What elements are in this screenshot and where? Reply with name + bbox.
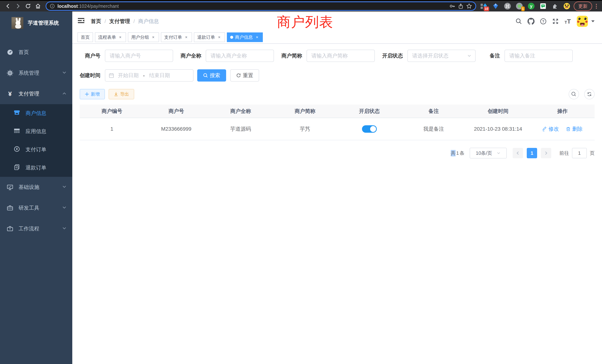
close-icon[interactable]: × (118, 35, 123, 40)
avatar[interactable] (577, 16, 588, 27)
annotation-overlay: 商户列表 (277, 13, 333, 32)
github-icon[interactable] (525, 18, 537, 25)
tab-refund-order[interactable]: 退款订单× (194, 32, 225, 42)
next-page-button[interactable] (541, 148, 551, 158)
font-size-icon[interactable]: TT (562, 18, 574, 24)
total-count: 共1条 (451, 150, 464, 156)
delete-link[interactable]: 删除 (566, 126, 582, 132)
cell-short-name: 芋艿 (273, 118, 337, 140)
extension-emoji-icon[interactable] (563, 3, 570, 10)
refresh-table-button[interactable] (584, 89, 595, 99)
sidebar-item-infra[interactable]: 基础设施 (0, 177, 72, 198)
reload-button[interactable] (23, 1, 33, 11)
avatar-caret-icon[interactable] (591, 20, 595, 22)
merchant-no-input[interactable] (105, 50, 173, 62)
full-name-input[interactable] (206, 50, 274, 62)
status-toggle[interactable] (362, 125, 377, 133)
header-search-icon[interactable] (513, 18, 525, 24)
extension-y-icon[interactable]: y (528, 3, 535, 10)
sidebar-item-merchant-info[interactable]: 商户信息 (0, 104, 72, 122)
sidebar-item-pay-order[interactable]: ¥ 支付订单 (0, 140, 72, 159)
tab-user-group[interactable]: 用户分组× (128, 32, 159, 42)
tab-merchant-info[interactable]: 商户信息× (227, 32, 263, 42)
chevron-left-icon (516, 151, 520, 155)
short-name-input[interactable] (307, 50, 375, 62)
fullscreen-icon[interactable] (549, 18, 562, 24)
search-icon (571, 92, 576, 97)
close-icon[interactable]: × (151, 35, 156, 40)
extension-puzzle-icon[interactable] (551, 3, 559, 10)
key-icon[interactable] (450, 3, 455, 9)
search-button[interactable]: 搜索 (197, 69, 226, 82)
table-grid-icon (14, 128, 20, 135)
chevron-down-icon (62, 205, 66, 211)
extension-chat-icon[interactable] (539, 3, 547, 10)
monitor-icon (7, 184, 13, 190)
hamburger-icon[interactable] (78, 17, 85, 26)
close-icon[interactable]: × (184, 35, 189, 40)
prev-page-button[interactable] (513, 148, 523, 158)
tab-home[interactable]: 首页 (77, 32, 93, 42)
tags-bar: 首页 流程表单× 用户分组× 支付订单× 退款订单× 商户信息× (72, 31, 602, 44)
sidebar-logo[interactable]: 芋道管理系统 (0, 11, 72, 34)
url-bar[interactable]: localhost:1024/pay/merchant (46, 1, 476, 11)
url-text: localhost:1024/pay/merchant (57, 3, 447, 9)
info-icon[interactable] (50, 3, 55, 9)
toolbox-icon (7, 205, 13, 211)
goto-label: 前往 (559, 150, 569, 156)
hide-search-button[interactable] (569, 89, 579, 99)
extension-command-icon[interactable] (504, 3, 511, 10)
breadcrumb-home[interactable]: 首页 (91, 18, 101, 25)
cell-status (337, 118, 401, 140)
sidebar-item-app-info[interactable]: 应用信息 (0, 122, 72, 140)
home-button[interactable] (33, 1, 43, 11)
table-row: 1 M233666999 芋道源码 芋艿 我是备注 2021-10-23 08:… (80, 118, 595, 140)
full-name-label: 商户全称 (181, 52, 201, 59)
sidebar-item-pay[interactable]: ¥ 支付管理 (0, 83, 72, 104)
pay-submenu: 商户信息 应用信息 ¥ 支付订单 (0, 104, 72, 177)
help-icon[interactable]: ? (537, 18, 549, 25)
toolbox-icon (7, 225, 13, 232)
sidebar-item-workflow[interactable]: 工作流程 (0, 218, 72, 239)
sidebar-item-system[interactable]: 系统管理 (0, 63, 72, 83)
create-time-label: 创建时间 (80, 72, 100, 79)
cell-id: 1 (80, 118, 144, 140)
extension-record-icon[interactable]: 1 (516, 3, 523, 10)
browser-update-button[interactable]: 更新 (574, 1, 592, 11)
active-dot (230, 36, 233, 39)
date-range-picker[interactable]: - (105, 69, 194, 82)
cell-full-name: 芋道源码 (208, 118, 273, 140)
browser-menu-icon[interactable] (596, 4, 597, 9)
navbar: 首页 / 支付管理 / 商户信息 ? (72, 11, 602, 31)
page-size-select[interactable]: 10条/页 (470, 148, 507, 159)
close-icon[interactable]: × (217, 35, 222, 40)
pencil-icon (542, 127, 547, 131)
bookmark-star-icon[interactable] (466, 3, 472, 9)
browser-toolbar: localhost:1024/pay/merchant 10 (0, 0, 602, 11)
status-select[interactable]: 请选择开启状态 (407, 50, 476, 62)
back-button[interactable] (3, 1, 13, 11)
forward-arrow-icon (15, 3, 21, 9)
share-icon[interactable] (458, 3, 463, 9)
sidebar-item-refund-order[interactable]: 退款订单 (0, 159, 72, 177)
add-button[interactable]: 新增 (80, 89, 105, 99)
start-date-input[interactable] (114, 73, 142, 78)
breadcrumb-pay[interactable]: 支付管理 (109, 18, 130, 25)
end-date-input[interactable] (146, 73, 174, 78)
goto-page-input[interactable] (572, 148, 587, 158)
tab-process-form[interactable]: 流程表单× (95, 32, 126, 42)
sidebar-item-dev-tools[interactable]: 研发工具 (0, 198, 72, 218)
page-1-button[interactable]: 1 (527, 148, 537, 158)
close-icon[interactable]: × (255, 35, 259, 40)
reset-button[interactable]: 重置 (230, 69, 259, 82)
tab-pay-order[interactable]: 支付订单× (161, 32, 192, 42)
remark-input[interactable] (505, 50, 573, 62)
cell-actions: 修改 删除 (530, 118, 595, 140)
forward-button[interactable] (13, 1, 23, 11)
export-button[interactable]: 导出 (109, 89, 134, 99)
extension-grid-icon[interactable]: 10 (480, 3, 487, 10)
extension-kite-icon[interactable] (492, 3, 499, 10)
edit-link[interactable]: 修改 (542, 126, 559, 132)
app-title: 芋道管理系统 (28, 20, 59, 26)
sidebar-item-home[interactable]: 首页 (0, 42, 72, 63)
